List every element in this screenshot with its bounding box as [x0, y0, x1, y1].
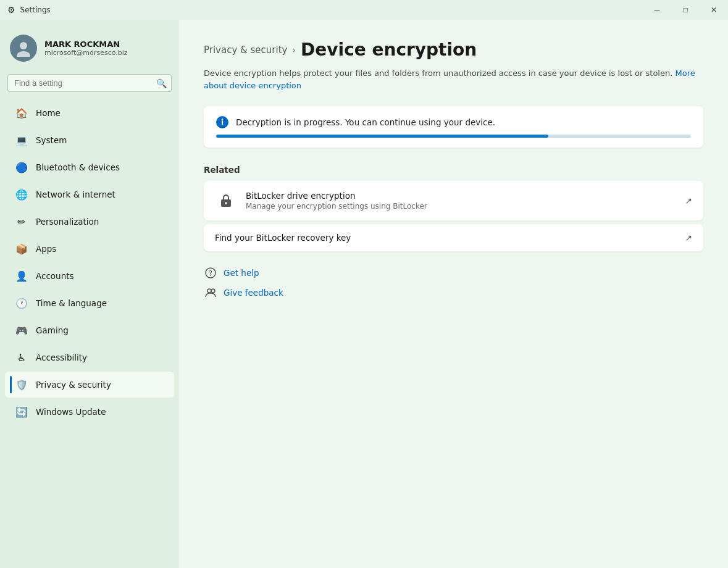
bitlocker-arrow-icon: ↗: [685, 196, 692, 206]
progress-bar-fill: [216, 135, 548, 138]
bitlocker-text: BitLocker drive encryption Manage your e…: [246, 191, 676, 211]
time-icon: 🕐: [15, 296, 28, 310]
nav-accounts-label: Accounts: [36, 271, 74, 281]
breadcrumb-parent[interactable]: Privacy & security: [204, 44, 287, 56]
user-email: microsoft@mdrsesco.biz: [44, 49, 128, 57]
info-banner: i Decryption is in progress. You can con…: [204, 106, 703, 148]
svg-point-6: [207, 289, 211, 293]
help-links: ? Get help Give feedback: [204, 266, 703, 299]
apps-icon: 📦: [15, 242, 28, 256]
nav-system-label: System: [36, 135, 67, 145]
info-icon: i: [216, 116, 228, 128]
personalization-icon: ✏️: [15, 215, 28, 228]
nav-time[interactable]: 🕐 Time & language: [5, 290, 174, 316]
svg-point-0: [20, 42, 27, 49]
progress-bar-track: [216, 135, 691, 138]
avatar: [10, 35, 37, 62]
maximize-button[interactable]: □: [671, 0, 700, 20]
svg-point-3: [225, 202, 227, 204]
nav-apps[interactable]: 📦 Apps: [5, 236, 174, 262]
user-profile: MARK ROCKMAN microsoft@mdrsesco.biz: [0, 30, 179, 74]
user-name: MARK ROCKMAN: [44, 40, 128, 49]
app-container: MARK ROCKMAN microsoft@mdrsesco.biz 🔍 🏠 …: [0, 20, 728, 568]
nav-bluetooth[interactable]: 🔵 Bluetooth & devices: [5, 154, 174, 180]
get-help-link[interactable]: ? Get help: [204, 266, 703, 280]
info-text: Decryption is in progress. You can conti…: [236, 117, 495, 127]
breadcrumb: Privacy & security › Device encryption: [204, 40, 703, 60]
recovery-key-card[interactable]: Find your BitLocker recovery key ↗: [204, 224, 703, 251]
svg-text:?: ?: [209, 269, 212, 278]
nav-privacy-label: Privacy & security: [36, 380, 111, 390]
nav-privacy[interactable]: 🛡️ Privacy & security: [5, 372, 174, 398]
give-feedback-icon: [204, 286, 217, 299]
related-section-title: Related: [204, 165, 703, 175]
close-button[interactable]: ✕: [700, 0, 728, 20]
home-icon: 🏠: [15, 106, 28, 120]
network-icon: 🌐: [15, 188, 28, 201]
nav-accounts[interactable]: 👤 Accounts: [5, 263, 174, 289]
recovery-key-arrow-icon: ↗: [685, 233, 692, 243]
user-info: MARK ROCKMAN microsoft@mdrsesco.biz: [44, 40, 128, 57]
get-help-label: Get help: [224, 268, 259, 278]
titlebar-controls: ─ □ ✕: [643, 0, 728, 20]
description: Device encryption helps protect your fil…: [204, 67, 703, 91]
titlebar: ⚙️ Settings ─ □ ✕: [0, 0, 728, 20]
update-icon: 🔄: [15, 405, 28, 419]
bitlocker-title: BitLocker drive encryption: [246, 191, 676, 201]
page-title: Device encryption: [301, 40, 477, 60]
nav-accessibility[interactable]: ♿ Accessibility: [5, 345, 174, 370]
get-help-icon: ?: [204, 266, 217, 280]
bitlocker-card[interactable]: BitLocker drive encryption Manage your e…: [204, 181, 703, 220]
sidebar: MARK ROCKMAN microsoft@mdrsesco.biz 🔍 🏠 …: [0, 20, 179, 568]
give-feedback-link[interactable]: Give feedback: [204, 286, 703, 299]
settings-icon: ⚙️: [7, 5, 15, 15]
main-content: Privacy & security › Device encryption D…: [179, 20, 728, 568]
bitlocker-icon: [215, 190, 237, 212]
accounts-icon: 👤: [15, 269, 28, 283]
nav-update[interactable]: 🔄 Windows Update: [5, 399, 174, 425]
give-feedback-label: Give feedback: [224, 288, 283, 298]
titlebar-title: Settings: [20, 6, 51, 14]
nav-personalization[interactable]: ✏️ Personalization: [5, 209, 174, 235]
nav-accessibility-label: Accessibility: [36, 353, 87, 362]
nav-home[interactable]: 🏠 Home: [5, 100, 174, 126]
svg-point-1: [17, 51, 30, 57]
nav-home-label: Home: [36, 108, 61, 118]
search-input[interactable]: [7, 74, 172, 92]
breadcrumb-separator: ›: [292, 45, 296, 55]
gaming-icon: 🎮: [15, 324, 28, 337]
system-icon: 💻: [15, 133, 28, 147]
info-banner-row: i Decryption is in progress. You can con…: [216, 116, 691, 128]
bluetooth-icon: 🔵: [15, 161, 28, 174]
privacy-icon: 🛡️: [15, 378, 28, 391]
recovery-key-title: Find your BitLocker recovery key: [215, 233, 676, 243]
bitlocker-subtitle: Manage your encryption settings using Bi…: [246, 202, 676, 211]
svg-point-7: [211, 289, 215, 293]
nav-update-label: Windows Update: [36, 407, 106, 417]
recovery-key-text: Find your BitLocker recovery key: [215, 233, 676, 243]
nav-network[interactable]: 🌐 Network & internet: [5, 182, 174, 207]
nav-time-label: Time & language: [36, 298, 107, 308]
search-box: 🔍: [7, 74, 172, 92]
nav-gaming-label: Gaming: [36, 325, 69, 335]
nav-apps-label: Apps: [36, 244, 56, 254]
nav-network-label: Network & internet: [36, 190, 115, 199]
titlebar-left: ⚙️ Settings: [7, 5, 51, 15]
accessibility-icon: ♿: [15, 351, 28, 364]
nav-system[interactable]: 💻 System: [5, 127, 174, 153]
nav-personalization-label: Personalization: [36, 217, 99, 227]
nav-bluetooth-label: Bluetooth & devices: [36, 162, 120, 172]
minimize-button[interactable]: ─: [643, 0, 671, 20]
nav-gaming[interactable]: 🎮 Gaming: [5, 317, 174, 343]
search-icon: 🔍: [156, 78, 167, 88]
